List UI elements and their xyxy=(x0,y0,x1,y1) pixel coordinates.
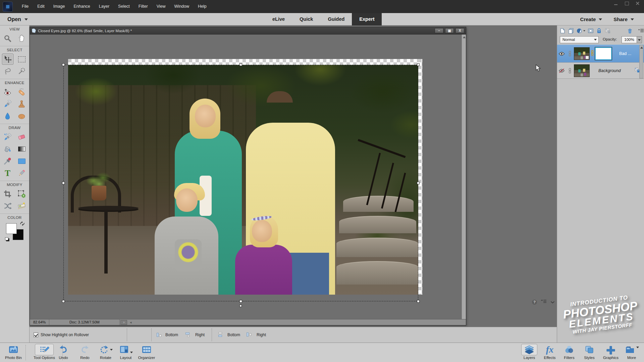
brush-tool-icon[interactable] xyxy=(2,131,13,142)
hand-tool-icon[interactable] xyxy=(16,33,28,44)
blur-tool-icon[interactable] xyxy=(2,111,13,122)
window-minimize-icon[interactable] xyxy=(613,1,619,5)
zoom-level-field[interactable]: 82.64% xyxy=(30,319,49,325)
tab-expert[interactable]: Expert xyxy=(352,13,382,25)
layer2-name[interactable]: Background xyxy=(598,68,621,73)
status-options-button[interactable]: › xyxy=(120,320,127,325)
gradient-tool-icon[interactable] xyxy=(16,143,28,155)
layers-scrollbar[interactable] xyxy=(639,45,643,78)
layer2-visibility-eye-off-icon[interactable] xyxy=(557,68,566,73)
new-group-icon[interactable] xyxy=(568,28,575,34)
distribute-bottom-icon[interactable] xyxy=(218,332,224,337)
canvas-photo[interactable] xyxy=(68,65,418,295)
bbox-handle-mid-right[interactable] xyxy=(417,182,420,184)
bbox-handle-top-left[interactable] xyxy=(62,63,65,66)
new-layer-icon[interactable] xyxy=(559,28,566,34)
clone-stamp-tool-icon[interactable] xyxy=(16,99,28,110)
spot-healing-brush-tool-icon[interactable] xyxy=(16,86,28,98)
recompose-tool-icon[interactable] xyxy=(16,188,28,199)
color-picker-tool-icon[interactable] xyxy=(2,156,13,167)
crop-tool-icon[interactable] xyxy=(2,188,13,199)
bbox-handle-bottom-right[interactable] xyxy=(417,300,420,303)
menu-window[interactable]: Window xyxy=(170,0,194,13)
menu-filter[interactable]: Filter xyxy=(134,0,152,13)
collapse-chevron-icon[interactable] xyxy=(550,300,555,305)
bbox-handle-top-center[interactable] xyxy=(239,63,242,66)
panel-options-icon[interactable] xyxy=(541,300,546,305)
distribute-bottom-label[interactable]: Bottom xyxy=(227,333,240,337)
menu-select[interactable]: Select xyxy=(114,0,134,13)
menu-image[interactable]: Image xyxy=(49,0,69,13)
undo-button[interactable]: Undo xyxy=(51,344,76,360)
new-adjustment-layer-icon[interactable] xyxy=(577,28,583,34)
window-maximize-icon[interactable] xyxy=(624,1,630,5)
menu-enhance[interactable]: Enhance xyxy=(69,0,94,13)
tab-elive[interactable]: eLive xyxy=(265,13,292,25)
layer1-mask-thumbnail[interactable] xyxy=(595,47,612,60)
open-button[interactable]: Open xyxy=(7,13,28,25)
layer1-mask-link-icon[interactable] xyxy=(591,50,594,57)
add-layer-mask-icon[interactable] xyxy=(588,28,594,34)
default-colors-icon[interactable] xyxy=(5,237,9,241)
align-bottom-icon[interactable] xyxy=(156,332,162,337)
lock-all-icon[interactable] xyxy=(596,28,602,34)
zoom-tool-icon[interactable] xyxy=(2,33,13,44)
doc-maximize-button[interactable]: ▣ xyxy=(445,28,454,33)
lock-transparent-icon[interactable] xyxy=(605,28,611,34)
type-tool-icon[interactable]: T xyxy=(2,168,13,179)
distribute-right-icon[interactable] xyxy=(246,332,252,337)
doc-close-button[interactable]: X xyxy=(455,28,464,33)
color-swatches[interactable] xyxy=(5,223,24,240)
document-vertical-scrollbar[interactable] xyxy=(462,35,466,320)
straighten-tool-icon[interactable] xyxy=(16,200,28,212)
more-button[interactable]: More xyxy=(619,344,644,360)
lasso-tool-icon[interactable] xyxy=(2,66,13,77)
bbox-rotate-handle[interactable] xyxy=(239,305,242,307)
share-button[interactable]: Share xyxy=(613,16,634,22)
bbox-handle-bottom-left[interactable] xyxy=(62,300,65,303)
menu-edit[interactable]: Edit xyxy=(33,0,49,13)
foreground-color-swatch[interactable] xyxy=(6,223,17,234)
layer2-thumbnail[interactable] xyxy=(574,64,590,77)
panel-menu-icon[interactable] xyxy=(638,28,644,34)
pencil-tool-icon[interactable] xyxy=(16,168,28,179)
adjustment-caret-icon[interactable] xyxy=(583,30,585,32)
bbox-handle-mid-left[interactable] xyxy=(62,182,65,184)
shape-tool-icon[interactable] xyxy=(16,156,28,167)
menu-help[interactable]: Help xyxy=(194,0,211,13)
paint-bucket-tool-icon[interactable] xyxy=(2,143,13,155)
eraser-tool-icon[interactable] xyxy=(16,131,28,142)
opacity-dropdown-button[interactable] xyxy=(637,36,642,43)
tab-guided[interactable]: Guided xyxy=(320,13,352,25)
move-tool-icon[interactable] xyxy=(2,54,13,65)
bbox-handle-bottom-center[interactable] xyxy=(239,300,242,303)
layer1-thumbnail[interactable] xyxy=(574,47,590,60)
opacity-input[interactable]: 100% xyxy=(622,36,637,43)
menu-file[interactable]: File xyxy=(17,0,33,13)
layer2-link-icon[interactable] xyxy=(566,68,574,74)
align-right-label[interactable]: Right xyxy=(195,333,205,337)
content-aware-move-tool-icon[interactable] xyxy=(2,200,13,212)
blend-mode-select[interactable]: Normal xyxy=(560,36,599,43)
photo-bin-button[interactable]: Photo Bin xyxy=(1,344,26,360)
quick-selection-tool-icon[interactable] xyxy=(16,66,28,77)
align-right-icon[interactable] xyxy=(185,332,191,337)
create-button[interactable]: Create xyxy=(580,16,602,22)
smart-brush-tool-icon[interactable] xyxy=(2,99,13,110)
rectangular-marquee-tool-icon[interactable] xyxy=(16,54,28,65)
distribute-right-label[interactable]: Right xyxy=(257,333,266,337)
layer1-name[interactable]: Bad ... xyxy=(619,51,631,56)
swap-colors-icon[interactable] xyxy=(20,221,25,227)
organizer-button[interactable]: Organizer xyxy=(134,344,159,360)
align-bottom-label[interactable]: Bottom xyxy=(165,333,178,337)
help-icon[interactable]: ? xyxy=(532,300,537,305)
menu-layer[interactable]: Layer xyxy=(95,0,114,13)
styles-button[interactable]: Styles xyxy=(577,344,602,360)
layer1-link-icon[interactable] xyxy=(566,51,574,57)
bbox-handle-top-right[interactable] xyxy=(417,63,420,66)
delete-layer-icon[interactable] xyxy=(627,28,633,34)
red-eye-removal-tool-icon[interactable] xyxy=(2,86,13,98)
show-highlight-checkbox[interactable] xyxy=(34,333,38,337)
layer-row-background[interactable]: Background xyxy=(557,62,644,79)
menu-view[interactable]: View xyxy=(152,0,170,13)
